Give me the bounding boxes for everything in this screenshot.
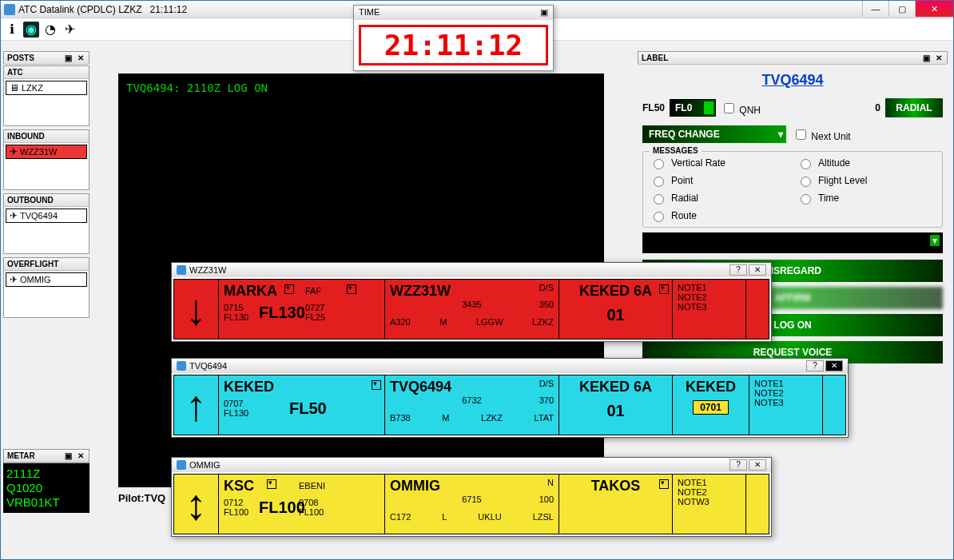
plane-icon: ✈ (10, 146, 18, 157)
wpt-dropdown[interactable] (284, 284, 294, 294)
msg-point[interactable]: Point (650, 174, 789, 187)
strip-window-wzz[interactable]: WZZ31W?✕ ↓ MARKA FAF 07150727 FL130FL130… (171, 262, 772, 342)
posts-header: POSTS▣ ✕ (4, 52, 89, 65)
next-unit-check[interactable]: Next Unit (793, 127, 851, 142)
pilot-label: Pilot:TVQ (118, 492, 165, 504)
app-icon (4, 4, 15, 15)
qnh-check[interactable]: QNH (721, 101, 761, 116)
tower-icon: 🖥 (10, 82, 19, 93)
metar-text: 2111ZQ1020VRB01KT (3, 463, 89, 513)
close-button[interactable]: ✕ (749, 459, 766, 471)
label-callsign[interactable]: TVQ6494 (642, 72, 943, 89)
sid-dropdown[interactable] (659, 479, 669, 489)
msg-time[interactable]: Time (797, 192, 936, 205)
pin-close-icon[interactable]: ▣ ✕ (65, 54, 85, 62)
radial-button[interactable]: RADIAL (885, 98, 943, 117)
metar-header: METAR▣ ✕ (4, 450, 89, 463)
close-button[interactable]: ✕ (825, 360, 843, 371)
arrow-updown-icon: ↕ (185, 485, 207, 523)
window-title: ATC Datalink (CPDLC) LZKZ (18, 4, 141, 15)
wpt-dropdown[interactable] (267, 479, 276, 489)
messages-group: MESSAGES Vertical Rate Altitude Point Fl… (642, 151, 943, 228)
close-button[interactable]: ✕ (915, 1, 953, 17)
pin-close-icon[interactable]: ▣ ✕ (923, 54, 944, 62)
outbound-item[interactable]: ✈TVQ6494 (6, 209, 87, 223)
help-button[interactable]: ? (729, 264, 747, 276)
app-icon (177, 361, 186, 371)
info-icon[interactable]: ℹ (4, 22, 20, 38)
overflight-header: OVERFLIGHT (4, 258, 89, 271)
pin-close-icon[interactable]: ▣ ✕ (65, 451, 85, 460)
time-clock: 21:11:12 (359, 25, 548, 66)
preset-dropdown[interactable] (642, 232, 943, 253)
plane-icon: ✈ (10, 210, 18, 221)
arrow-down-icon: ↓ (185, 290, 207, 328)
msg-flight-level[interactable]: Flight Level (797, 174, 936, 187)
time-window[interactable]: TIME▣ 21:11:12 (353, 5, 554, 71)
clock-icon[interactable]: ◔ (42, 22, 58, 38)
strip-window-ommig[interactable]: OMMIG?✕ ↕ KSC EBENI 07120708 FL100FL100F… (171, 457, 772, 537)
plane-icon: ✈ (10, 274, 18, 285)
msg-vertical-rate[interactable]: Vertical Rate (650, 157, 789, 169)
qnh-value: 0 (875, 102, 880, 113)
maximize-button[interactable]: ▢ (888, 1, 915, 17)
label-header: LABEL▣ ✕ (638, 52, 947, 65)
app-icon (177, 460, 186, 470)
minimize-button[interactable]: — (862, 1, 888, 17)
help-button[interactable]: ? (806, 360, 824, 371)
fl-dropdown[interactable]: FL0 (670, 99, 716, 117)
atc-header: ATC (4, 66, 89, 79)
inbound-header: INBOUND (4, 130, 89, 143)
atc-station[interactable]: 🖥LZKZ (6, 81, 87, 95)
help-button[interactable]: ? (729, 459, 747, 471)
freq-dropdown[interactable]: FREQ CHANGE (642, 125, 786, 143)
outbound-header: OUTBOUND (4, 194, 89, 207)
time-title: TIME (359, 7, 380, 18)
overflight-item[interactable]: ✈OMMIG (6, 272, 87, 287)
aircraft-icon[interactable]: ✈ (62, 22, 78, 38)
inbound-item[interactable]: ✈WZZ31W (6, 145, 87, 159)
faf-dropdown[interactable] (347, 284, 356, 294)
app-icon (177, 265, 186, 275)
titlebar-clock: 21:11:12 (150, 4, 188, 15)
msg-altitude[interactable]: Altitude (797, 157, 936, 169)
msg-route[interactable]: Route (650, 209, 789, 222)
radar-icon[interactable]: ◉ (23, 22, 39, 38)
close-button[interactable]: ✕ (749, 264, 766, 276)
strip-window-tvq[interactable]: TVQ6494?✕ ↑ KEKED 0707 FL130FL50 TVQ6494… (171, 358, 849, 438)
time-close-icon[interactable]: ▣ (540, 7, 548, 18)
wpt-dropdown[interactable] (372, 380, 381, 390)
radar-log: TVQ6494: 2110Z LOG ON (118, 73, 604, 102)
hold-time[interactable]: 0701 (693, 400, 729, 415)
fl-label: FL50 (642, 102, 665, 113)
msg-radial[interactable]: Radial (650, 192, 789, 205)
arrow-up-icon: ↑ (185, 386, 207, 424)
sid-dropdown[interactable] (659, 284, 669, 294)
